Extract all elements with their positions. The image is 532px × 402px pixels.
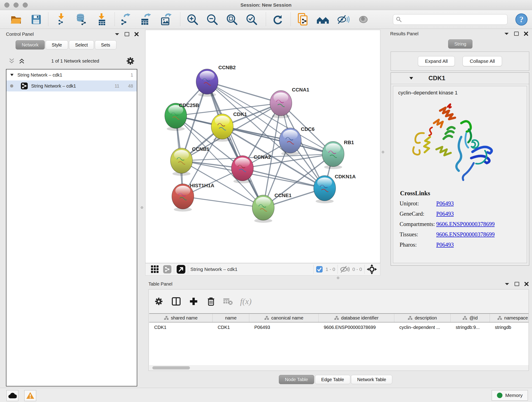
left-splitter-handle[interactable]: [141, 206, 143, 209]
open-session-button[interactable]: [9, 12, 23, 27]
float-panel-icon[interactable]: [515, 282, 519, 286]
import-network-file-button[interactable]: [55, 12, 68, 27]
collapse-all-icon[interactable]: [9, 58, 15, 64]
show-columns-button[interactable]: [170, 295, 183, 307]
table-horizontal-scrollbar[interactable]: [149, 366, 529, 370]
hidden-eye-slash-icon[interactable]: [340, 265, 350, 273]
tab-style[interactable]: Style: [46, 40, 68, 50]
cloud-status-button[interactable]: [6, 390, 18, 401]
network-collection-row[interactable]: String Network – cdk1 1: [6, 70, 137, 80]
grid-view-icon[interactable]: [151, 265, 159, 273]
detach-view-icon[interactable]: [177, 265, 186, 274]
table-cell[interactable]: stringdb: [490, 325, 532, 330]
selected-checkbox-icon[interactable]: [316, 266, 323, 273]
network-node[interactable]: RB1: [322, 140, 354, 169]
tab-string[interactable]: String: [448, 39, 472, 49]
table-cell[interactable]: P06493: [249, 325, 319, 330]
warning-status-button[interactable]: [24, 390, 36, 401]
add-column-button[interactable]: [187, 295, 200, 307]
network-edge[interactable]: [207, 82, 263, 208]
tab-network[interactable]: Network: [16, 40, 45, 50]
column-header[interactable]: name: [213, 314, 249, 322]
clone-network-button[interactable]: [296, 12, 310, 27]
collapse-panel-icon[interactable]: [505, 282, 510, 286]
network-options-gear-icon[interactable]: [126, 56, 135, 65]
network-node[interactable]: CCNB2: [196, 65, 236, 97]
network-row[interactable]: String Network – cdk1 11 48: [6, 80, 137, 91]
tab-select[interactable]: Select: [69, 40, 94, 50]
crosslink-link[interactable]: P06493: [436, 242, 454, 248]
network-edge[interactable]: [207, 82, 281, 103]
birds-eye-toggle-icon[interactable]: [367, 264, 377, 274]
expand-all-button[interactable]: Expand All: [418, 56, 455, 66]
float-panel-icon[interactable]: [125, 32, 129, 36]
float-panel-icon[interactable]: [514, 32, 519, 36]
network-node[interactable]: CCNA2: [231, 154, 271, 183]
collapse-panel-icon[interactable]: [504, 32, 509, 35]
tab-sets[interactable]: Sets: [95, 40, 116, 50]
right-splitter-handle[interactable]: [382, 151, 384, 153]
crosslink-link[interactable]: 9606.ENSP00000378699: [436, 221, 495, 227]
network-node[interactable]: CDC25B: [165, 102, 199, 131]
export-network-button[interactable]: [119, 12, 133, 27]
close-panel-icon[interactable]: [134, 32, 139, 36]
crosslink-link[interactable]: 9606.ENSP00000378699: [436, 231, 495, 238]
delete-table-button[interactable]: [222, 295, 234, 307]
tab-node-table[interactable]: Node Table: [279, 375, 314, 384]
network-view-share-icon[interactable]: [163, 265, 172, 274]
close-panel-icon[interactable]: [524, 32, 528, 36]
network-node[interactable]: CDC6: [279, 126, 315, 156]
collapse-panel-icon[interactable]: [114, 32, 120, 36]
column-header[interactable]: shared name: [149, 314, 213, 322]
network-node[interactable]: CDK1: [211, 111, 247, 142]
search-input[interactable]: [402, 17, 507, 22]
crosslink-link[interactable]: P06493: [436, 200, 454, 207]
table-options-button[interactable]: [152, 295, 165, 307]
collapse-all-button[interactable]: Collapse All: [462, 56, 502, 66]
column-header[interactable]: @id: [451, 314, 490, 322]
memory-button[interactable]: Memory: [492, 390, 528, 401]
gene-section-header[interactable]: CDK1: [391, 73, 529, 84]
gene-collapse-icon[interactable]: [409, 77, 413, 80]
zoom-out-button[interactable]: [205, 12, 219, 27]
table-cell[interactable]: stringdb:9...: [451, 325, 490, 330]
scrollbar-thumb[interactable]: [152, 366, 190, 370]
network-node[interactable]: CCNA1: [270, 87, 309, 118]
help-button[interactable]: ?: [515, 12, 528, 27]
network-node[interactable]: CCNB1: [171, 146, 209, 176]
table-cell[interactable]: cyclin–dependent ...: [394, 325, 451, 330]
export-table-button[interactable]: [139, 12, 152, 27]
table-cell[interactable]: CDK1: [213, 325, 249, 330]
column-header[interactable]: database identifier: [319, 314, 394, 322]
hide-selected-button[interactable]: [336, 12, 350, 27]
network-node[interactable]: HIST1H1A: [172, 183, 214, 211]
collection-expand-icon[interactable]: [10, 74, 14, 76]
search-field[interactable]: [393, 14, 507, 25]
update-network-button[interactable]: [271, 12, 285, 27]
import-table-file-button[interactable]: [95, 12, 109, 27]
table-row[interactable]: CDK1CDK1P064939606.ENSP00000378699cyclin…: [149, 322, 529, 332]
export-image-button[interactable]: [159, 12, 173, 27]
zoom-fit-button[interactable]: [225, 12, 239, 27]
save-session-button[interactable]: [29, 12, 43, 27]
zoom-selected-button[interactable]: [245, 12, 259, 27]
zoom-in-button[interactable]: [186, 12, 199, 27]
expand-all-icon[interactable]: [19, 58, 25, 64]
function-builder-button[interactable]: f(x): [239, 295, 252, 307]
table-cell[interactable]: 9606.ENSP00000378699: [319, 325, 394, 330]
crosslink-link[interactable]: P06493: [436, 211, 454, 217]
column-header[interactable]: canonical name: [249, 314, 319, 322]
tab-network-table[interactable]: Network Table: [351, 375, 392, 384]
graphics-details-button[interactable]: [356, 12, 370, 27]
delete-column-button[interactable]: [205, 295, 217, 307]
network-node[interactable]: CDKN1A: [314, 174, 356, 203]
tab-edge-table[interactable]: Edge Table: [315, 375, 350, 384]
network-edge[interactable]: [183, 196, 263, 208]
table-cell[interactable]: CDK1: [149, 325, 213, 330]
home-button[interactable]: [316, 12, 330, 27]
network-node[interactable]: CCNE1: [252, 192, 292, 223]
network-canvas[interactable]: CCNB2CCNA1CDC25BCDK1CDC6RB1CCNB1CCNA2CDK…: [145, 30, 380, 263]
horizontal-splitter-handle[interactable]: [337, 277, 339, 279]
close-panel-icon[interactable]: [524, 282, 529, 286]
column-header[interactable]: description: [394, 314, 451, 322]
